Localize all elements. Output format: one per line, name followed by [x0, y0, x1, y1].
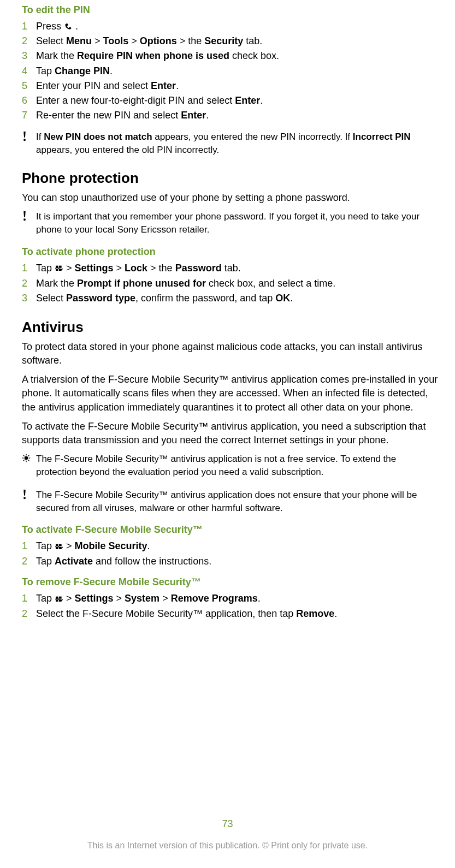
step-text: Mark the Require PIN when phone is used … — [36, 49, 439, 63]
step-number: 1 — [22, 261, 36, 276]
step-number: 5 — [22, 79, 36, 93]
document-page: To edit the PIN 1 Press . 2 Select Menu … — [0, 4, 455, 868]
svg-rect-16 — [56, 544, 58, 546]
svg-rect-19 — [59, 547, 62, 549]
svg-point-15 — [23, 497, 26, 499]
lightbulb-icon — [22, 453, 36, 479]
heading-activate-fsecure: To activate F-Secure Mobile Security™ — [22, 524, 439, 536]
svg-point-6 — [25, 456, 28, 460]
step-text: Tap > Settings > System > Remove Program… — [36, 592, 439, 606]
step-number: 6 — [22, 94, 36, 108]
step-number: 3 — [22, 292, 36, 305]
step-text: Tap > Mobile Security. — [36, 539, 439, 554]
step-text: Select Menu > Tools > Options > the Secu… — [36, 34, 439, 48]
svg-rect-3 — [59, 266, 62, 268]
svg-point-1 — [23, 218, 26, 221]
heading-antivirus: Antivirus — [22, 319, 439, 336]
note-text: The F-Secure Mobile Security™ antivirus … — [36, 489, 439, 515]
step-text: Press . — [36, 20, 439, 33]
heading-activate-phone-protection: To activate phone protection — [22, 246, 439, 258]
step-text: Tap Activate and follow the instructions… — [36, 555, 439, 568]
windows-start-icon — [55, 540, 63, 554]
step-item: 1 Press . — [22, 19, 439, 34]
svg-rect-22 — [56, 599, 58, 602]
step-number: 2 — [22, 607, 36, 621]
step-number: 2 — [22, 277, 36, 290]
steps-edit-pin: 1 Press . 2 Select Menu > Tools > Option… — [22, 19, 439, 123]
step-item: 2 Tap Activate and follow the instructio… — [22, 554, 439, 569]
heading-remove-fsecure: To remove F-Secure Mobile Security™ — [22, 576, 439, 588]
step-number: 3 — [22, 49, 36, 63]
svg-line-11 — [23, 455, 25, 456]
paragraph: To activate the F-Secure Mobile Security… — [22, 420, 439, 447]
step-item: 7 Re-enter the new PIN and select Enter. — [22, 108, 439, 123]
step-text: Select the F-Secure Mobile Security™ app… — [36, 607, 439, 621]
svg-rect-23 — [59, 599, 62, 602]
warning-note: It is important that you remember your p… — [22, 210, 439, 236]
step-text: Tap Change PIN. — [36, 64, 439, 78]
step-item: 4 Tap Change PIN. — [22, 64, 439, 79]
svg-line-12 — [28, 460, 29, 461]
step-item: 1 Tap > Mobile Security. — [22, 539, 439, 554]
step-item: 1 Tap > Settings > System > Remove Progr… — [22, 591, 439, 607]
exclamation-icon — [22, 210, 36, 236]
svg-rect-21 — [59, 597, 62, 599]
tip-note: The F-Secure Mobile Security™ antivirus … — [22, 453, 439, 479]
footer-copyright: This is an Internet version of this publ… — [0, 841, 455, 851]
paragraph: You can stop unauthorized use of your ph… — [22, 191, 439, 205]
step-number: 2 — [22, 34, 36, 48]
note-text: If New PIN does not match appears, you e… — [36, 130, 439, 157]
svg-rect-5 — [59, 269, 62, 271]
warning-note: The F-Secure Mobile Security™ antivirus … — [22, 489, 439, 515]
step-text: Enter your PIN and select Enter. — [36, 79, 439, 93]
step-number: 4 — [22, 64, 36, 78]
exclamation-icon — [22, 489, 36, 515]
step-number: 1 — [22, 539, 36, 554]
steps-activate-protection: 1 Tap > Settings > Lock > the Password t… — [22, 261, 439, 306]
steps-remove-fsecure: 1 Tap > Settings > System > Remove Progr… — [22, 591, 439, 621]
svg-rect-17 — [59, 544, 62, 546]
svg-line-14 — [28, 455, 29, 456]
step-item: 5 Enter your PIN and select Enter. — [22, 79, 439, 93]
steps-activate-fsecure: 1 Tap > Mobile Security. 2 Tap Activate … — [22, 539, 439, 569]
paragraph: To protect data stored in your phone aga… — [22, 340, 439, 367]
warning-note: If New PIN does not match appears, you e… — [22, 130, 439, 157]
windows-start-icon — [55, 261, 63, 275]
svg-rect-18 — [56, 547, 58, 549]
exclamation-icon — [22, 130, 36, 157]
note-text: It is important that you remember your p… — [36, 210, 439, 236]
step-item: 2 Mark the Prompt if phone unused for ch… — [22, 276, 439, 291]
step-item: 3 Select Password type, confirm the pass… — [22, 291, 439, 306]
page-footer: 73 This is an Internet version of this p… — [0, 818, 455, 851]
step-item: 1 Tap > Settings > Lock > the Password t… — [22, 261, 439, 276]
svg-line-13 — [23, 460, 25, 461]
step-number: 2 — [22, 555, 36, 568]
heading-phone-protection: Phone protection — [22, 170, 439, 187]
phone-call-icon — [64, 21, 73, 32]
svg-rect-20 — [56, 597, 58, 599]
paragraph: A trialversion of the F-Secure Mobile Se… — [22, 373, 439, 414]
step-text: Enter a new four-to-eight-digit PIN and … — [36, 94, 439, 108]
step-text: Mark the Prompt if phone unused for chec… — [36, 277, 439, 290]
step-number: 7 — [22, 109, 36, 122]
step-text: Select Password type, confirm the passwo… — [36, 292, 439, 305]
step-text: Tap > Settings > Lock > the Password tab… — [36, 261, 439, 276]
step-text: Re-enter the new PIN and select Enter. — [36, 109, 439, 122]
note-text: The F-Secure Mobile Security™ antivirus … — [36, 453, 439, 479]
page-number: 73 — [0, 818, 455, 830]
step-item: 3 Mark the Require PIN when phone is use… — [22, 49, 439, 63]
step-item: 2 Select Menu > Tools > Options > the Se… — [22, 34, 439, 49]
svg-rect-4 — [56, 269, 58, 271]
svg-rect-2 — [56, 266, 58, 268]
step-number: 1 — [22, 20, 36, 33]
step-number: 1 — [22, 592, 36, 606]
windows-start-icon — [55, 592, 63, 606]
step-item: 2 Select the F-Secure Mobile Security™ a… — [22, 607, 439, 621]
step-item: 6 Enter a new four-to-eight-digit PIN an… — [22, 93, 439, 108]
svg-point-0 — [23, 139, 26, 141]
heading-edit-pin: To edit the PIN — [22, 4, 439, 16]
